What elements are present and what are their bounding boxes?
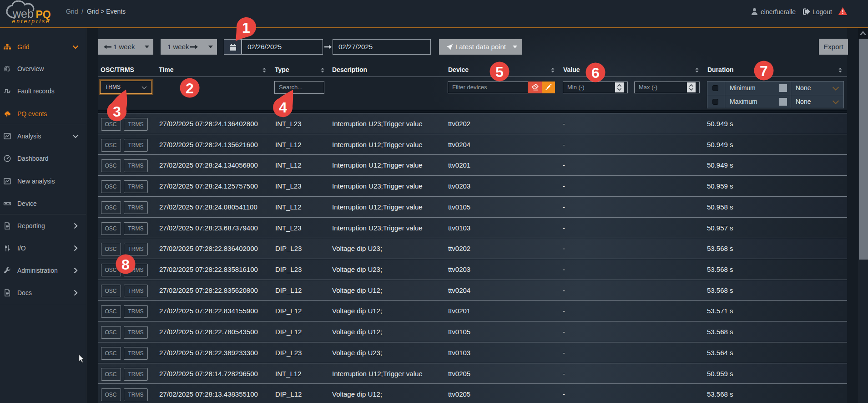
svg-text:6: 6 xyxy=(591,65,600,81)
svg-text:5: 5 xyxy=(495,64,504,80)
svg-text:7: 7 xyxy=(760,63,768,79)
svg-text:2: 2 xyxy=(186,80,194,97)
svg-text:3: 3 xyxy=(113,103,121,120)
svg-text:1: 1 xyxy=(242,20,250,36)
svg-text:enterprise: enterprise xyxy=(12,18,50,25)
svg-text:4: 4 xyxy=(279,99,287,116)
svg-text:8: 8 xyxy=(121,256,130,273)
